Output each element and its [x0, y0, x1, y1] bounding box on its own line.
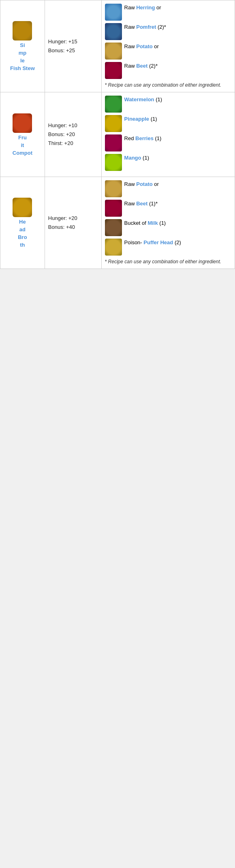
ingredient-row: Mango (1) [105, 154, 231, 171]
ingredient-link[interactable]: Berries [135, 135, 154, 141]
ingredient-icon [105, 219, 122, 236]
ingredient-row: Poison- Puffer Head (2) [105, 239, 231, 256]
ingredient-link[interactable]: Pineapple [124, 116, 149, 122]
recipe-note: * Recipe can use any combination of eith… [105, 81, 231, 89]
ingredient-row: Raw Potato or [105, 180, 231, 197]
ingredient-raw-text: Bucket of [124, 220, 148, 226]
ingredient-link[interactable]: Watermelon [124, 96, 154, 102]
ingredient-raw-text: Raw [124, 181, 137, 187]
stat-line: Hunger: +20 [48, 214, 98, 223]
ingredient-link[interactable]: Beet [136, 200, 147, 207]
recipe-name-part: Compot [13, 150, 32, 156]
recipe-name-part: ad [19, 226, 26, 232]
ingredient-suffix: (1)* [147, 200, 158, 207]
recipe-name-part: Fru [18, 134, 27, 141]
stat-line: Thirst: +20 [48, 139, 98, 148]
ingredient-raw-text: Raw [124, 43, 137, 49]
recipe-name-part: Bro [18, 234, 27, 240]
recipe-name-part: th [20, 242, 25, 248]
ingredient-suffix: or [155, 4, 161, 11]
ingredient-row: Raw Herring or [105, 4, 231, 21]
ingredient-icon [105, 134, 122, 151]
recipe-name-part: mp [19, 50, 27, 56]
recipe-name-cell: HeadBroth [0, 177, 45, 269]
recipe-icon [13, 21, 32, 41]
ingredient-suffix: (1) [154, 135, 162, 141]
recipes-table: SimpleFish StewHunger: +15Bonus: +25Raw … [0, 0, 235, 269]
ingredient-text: Raw Potato or [124, 180, 159, 188]
stat-line: Hunger: +15 [48, 37, 98, 46]
recipe-name-part: Si [20, 42, 25, 48]
recipe-note: * Recipe can use any combination of eith… [105, 258, 231, 265]
recipe-name-part: Fish Stew [10, 65, 35, 71]
ingredient-suffix: (1) [154, 96, 162, 102]
ingredient-row: Raw Beet (1)* [105, 200, 231, 217]
table-row: FruitCompotHunger: +10Bonus: +20Thirst: … [0, 92, 235, 177]
ingredient-row: Raw Pomfret (2)* [105, 23, 231, 40]
ingredient-suffix: (1) [141, 155, 149, 161]
ingredient-suffix: (1) [149, 116, 157, 122]
ingredient-text: Raw Beet (2)* [124, 62, 158, 70]
ingredient-suffix: (2)* [147, 63, 158, 69]
ingredient-link[interactable]: Potato [136, 43, 152, 49]
ingredient-suffix: or [153, 181, 159, 187]
table-row: SimpleFish StewHunger: +15Bonus: +25Raw … [0, 0, 235, 92]
ingredient-link[interactable]: Herring [136, 4, 155, 11]
ingredient-suffix: (1) [158, 220, 166, 226]
ingredient-text: Raw Potato or [124, 43, 159, 51]
recipe-ingredients-cell: Watermelon (1)Pineapple (1)Red Berries (… [101, 92, 235, 177]
ingredient-raw-text: Raw [124, 63, 137, 69]
recipe-stats-cell: Hunger: +10Bonus: +20Thirst: +20 [45, 92, 101, 177]
ingredient-row: Watermelon (1) [105, 96, 231, 113]
stat-line: Bonus: +25 [48, 46, 98, 55]
ingredient-link[interactable]: Beet [136, 63, 147, 69]
ingredient-text: Raw Pomfret (2)* [124, 23, 166, 31]
ingredient-icon [105, 62, 122, 79]
ingredient-suffix: or [153, 43, 159, 49]
ingredient-link[interactable]: Puffer Head [143, 239, 173, 245]
recipe-name-part: He [19, 219, 26, 225]
recipe-stats-cell: Hunger: +20Bonus: +40 [45, 177, 101, 269]
ingredient-icon [105, 43, 122, 60]
recipe-name-cell: SimpleFish Stew [0, 0, 45, 92]
ingredient-row: Bucket of Milk (1) [105, 219, 231, 236]
ingredient-link[interactable]: Potato [136, 181, 152, 187]
ingredient-icon [105, 115, 122, 132]
ingredient-row: Raw Beet (2)* [105, 62, 231, 79]
ingredient-icon [105, 239, 122, 256]
ingredient-text: Poison- Puffer Head (2) [124, 239, 181, 247]
ingredient-icon [105, 154, 122, 171]
recipe-icon [13, 198, 32, 217]
ingredient-raw-text: Poison- [124, 239, 144, 245]
ingredient-icon [105, 23, 122, 40]
stat-line: Bonus: +40 [48, 223, 98, 232]
ingredient-text: Raw Beet (1)* [124, 200, 158, 208]
ingredient-row: Red Berries (1) [105, 134, 231, 151]
ingredient-link[interactable]: Mango [124, 155, 141, 161]
ingredient-text: Raw Herring or [124, 4, 161, 12]
ingredient-suffix: (2)* [156, 24, 166, 30]
ingredient-icon [105, 96, 122, 113]
ingredient-text: Red Berries (1) [124, 134, 162, 143]
ingredient-text: Bucket of Milk (1) [124, 219, 166, 227]
recipe-icon [13, 113, 32, 133]
ingredient-link[interactable]: Milk [147, 220, 158, 226]
ingredient-icon [105, 180, 122, 197]
stat-line: Hunger: +10 [48, 121, 98, 130]
ingredient-row: Pineapple (1) [105, 115, 231, 132]
recipe-stats-cell: Hunger: +15Bonus: +25 [45, 0, 101, 92]
ingredient-raw-text: Red [124, 135, 135, 141]
ingredient-suffix: (2) [173, 239, 181, 245]
recipe-name-part: le [20, 58, 25, 64]
recipe-ingredients-cell: Raw Herring orRaw Pomfret (2)*Raw Potato… [101, 0, 235, 92]
ingredient-raw-text: Raw [124, 4, 137, 11]
ingredient-text: Pineapple (1) [124, 115, 157, 123]
ingredient-text: Mango (1) [124, 154, 149, 162]
ingredient-raw-text: Raw [124, 24, 137, 30]
ingredient-icon [105, 4, 122, 21]
ingredient-text: Watermelon (1) [124, 96, 162, 104]
ingredient-row: Raw Potato or [105, 43, 231, 60]
recipe-name-cell: FruitCompot [0, 92, 45, 177]
ingredient-icon [105, 200, 122, 217]
ingredient-link[interactable]: Pomfret [136, 24, 156, 30]
